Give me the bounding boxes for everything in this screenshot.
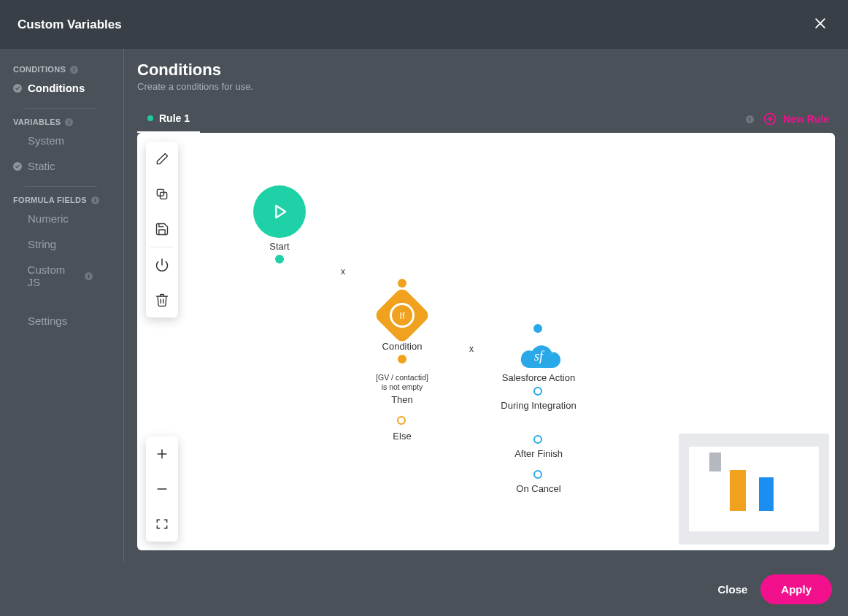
play-icon — [269, 201, 290, 222]
plus-icon — [155, 447, 169, 461]
sidebar-item-label: Numeric — [28, 212, 69, 225]
tab-rule-1[interactable]: Rule 1 — [137, 105, 200, 133]
section-formula: FORMULA FIELDS i — [0, 194, 123, 206]
minimap-view — [689, 447, 819, 531]
minimap[interactable] — [679, 434, 829, 544]
sidebar-item-system[interactable]: System — [0, 128, 123, 153]
condition-in-port[interactable] — [398, 279, 406, 288]
minimap-salesforce — [759, 477, 774, 511]
info-icon[interactable]: i — [65, 118, 73, 126]
minimap-start — [709, 453, 721, 471]
section-label: CONDITIONS — [13, 65, 66, 74]
salesforce-p3: On Cancel — [516, 483, 560, 494]
svg-marker-11 — [276, 206, 285, 217]
condition-node[interactable]: If — [373, 286, 431, 344]
salesforce-port-2[interactable] — [533, 435, 542, 444]
salesforce-p2: After Finish — [514, 448, 563, 459]
page-subtitle: Create a conditions for use. — [137, 81, 835, 92]
condition-desc2: is not empty — [376, 382, 428, 392]
new-rule-button[interactable]: New Rule — [763, 112, 829, 126]
info-icon[interactable]: i — [70, 66, 78, 74]
sidebar-item-numeric[interactable]: Numeric — [0, 206, 123, 231]
sidebar-item-settings[interactable]: Settings — [0, 308, 123, 334]
start-node[interactable] — [253, 185, 306, 238]
salesforce-p1: During Integration — [501, 400, 576, 412]
if-badge: If — [390, 303, 415, 328]
power-button[interactable] — [146, 247, 178, 282]
sidebar-item-label: Settings — [28, 315, 67, 327]
sidebar-item-label: Custom JS — [28, 263, 80, 288]
edge-delete-2[interactable]: x — [468, 344, 475, 354]
footer-close-button[interactable]: Close — [717, 583, 747, 596]
sidebar-item-label: Conditions — [28, 82, 85, 94]
sidebar-item-label: System — [28, 134, 64, 147]
dialog-title: Custom Variables — [18, 18, 122, 32]
zoom-in-button[interactable] — [146, 436, 178, 471]
salesforce-node[interactable]: sf — [514, 340, 563, 372]
tabs-row: Rule 1 i New Rule — [137, 105, 835, 133]
section-label: FORMULA FIELDS — [13, 196, 87, 204]
check-icon — [13, 84, 22, 93]
close-icon — [813, 16, 828, 31]
start-out-port[interactable] — [275, 255, 284, 263]
dialog-footer: Close Apply — [0, 562, 848, 616]
close-button[interactable] — [810, 13, 830, 36]
info-icon[interactable]: i — [85, 272, 93, 280]
sidebar-item-label: String — [28, 238, 56, 250]
sidebar: CONDITIONS i Conditions VARIABLES i Syst… — [0, 49, 124, 562]
salesforce-port-3[interactable] — [533, 470, 542, 479]
edges-layer — [137, 133, 356, 242]
edge-delete-1[interactable]: x — [339, 266, 347, 277]
start-label: Start — [269, 241, 289, 252]
delete-button[interactable] — [146, 282, 178, 317]
condition-label: Condition — [382, 341, 423, 352]
apply-button[interactable]: Apply — [760, 574, 832, 604]
new-rule-label: New Rule — [783, 113, 829, 125]
salesforce-port-1[interactable] — [533, 387, 542, 396]
divider — [25, 108, 97, 109]
salesforce-badge: sf — [534, 349, 543, 364]
zoom-toolbar — [146, 436, 178, 542]
info-icon[interactable]: i — [91, 196, 99, 204]
sidebar-item-conditions[interactable]: Conditions — [0, 75, 123, 101]
minimap-condition — [730, 470, 746, 511]
sidebar-item-static[interactable]: Static — [0, 153, 123, 179]
rule-canvas[interactable]: x x Start If Condition [GV / — [137, 133, 835, 550]
condition-then-label: Then — [391, 394, 413, 405]
tab-label: Rule 1 — [159, 112, 190, 124]
main-panel: Conditions Create a conditions for use. … — [124, 49, 848, 562]
section-label: VARIABLES — [13, 118, 61, 126]
page-title: Conditions — [137, 61, 835, 80]
sidebar-item-string[interactable]: String — [0, 231, 123, 257]
sidebar-item-customjs[interactable]: Custom JS i — [0, 257, 123, 295]
section-variables: VARIABLES i — [0, 116, 123, 128]
fullscreen-icon — [155, 517, 169, 531]
salesforce-in-port[interactable] — [533, 324, 542, 333]
trash-icon — [155, 293, 169, 307]
condition-then-port[interactable] — [397, 416, 406, 425]
power-icon — [155, 258, 169, 272]
section-conditions: CONDITIONS i — [0, 63, 123, 75]
condition-out-port[interactable] — [398, 355, 406, 363]
check-icon — [13, 162, 22, 171]
sidebar-item-label: Static — [28, 160, 55, 172]
minus-icon — [155, 482, 169, 496]
custom-variables-dialog: Custom Variables CONDITIONS i Conditions — [0, 0, 848, 616]
condition-desc1: [GV / contactid] — [376, 373, 428, 382]
info-icon[interactable]: i — [746, 115, 754, 123]
fullscreen-button[interactable] — [146, 507, 178, 542]
plus-circle-icon — [763, 112, 777, 126]
condition-else-label: Else — [393, 431, 411, 442]
dialog-header: Custom Variables — [0, 0, 848, 49]
salesforce-label: Salesforce Action — [502, 372, 575, 383]
zoom-out-button[interactable] — [146, 471, 178, 507]
status-dot-icon — [147, 115, 153, 121]
divider — [25, 186, 97, 187]
